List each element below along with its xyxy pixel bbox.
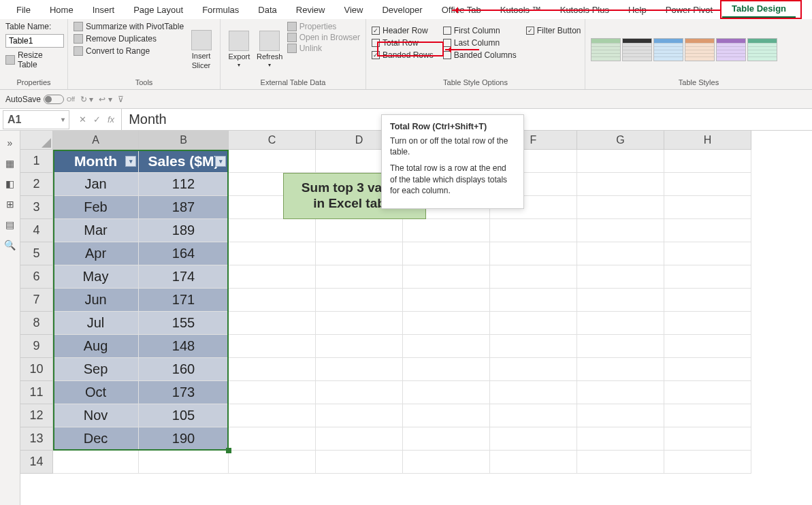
cell[interactable]	[229, 404, 316, 427]
tab-page-layout[interactable]: Page Layout	[124, 2, 193, 18]
cell[interactable]	[316, 242, 403, 265]
cell[interactable]	[403, 335, 490, 358]
cancel-icon[interactable]: ✕	[79, 114, 86, 125]
cell[interactable]: 173	[139, 381, 229, 404]
cell[interactable]	[316, 404, 403, 427]
cell[interactable]	[229, 242, 316, 265]
first-column-checkbox[interactable]: First Column	[443, 26, 517, 35]
cell[interactable]	[664, 150, 751, 173]
cell[interactable]	[577, 219, 664, 242]
filter-dropdown-icon[interactable]: ▾	[215, 156, 226, 167]
column-header[interactable]: B	[139, 131, 229, 150]
export-button[interactable]: Export ▾	[226, 22, 253, 77]
styles-gallery[interactable]	[591, 38, 777, 61]
cell[interactable]: Jul	[53, 312, 139, 335]
cell[interactable]: Oct	[53, 381, 139, 404]
insert-slicer-button[interactable]: Insert Slicer	[188, 22, 214, 77]
cell[interactable]	[229, 219, 316, 242]
row-header[interactable]: 7	[20, 289, 53, 312]
tab-developer[interactable]: Developer	[372, 2, 432, 18]
undo-icon[interactable]: ↩ ▾	[99, 95, 112, 104]
tab-home[interactable]: Home	[40, 2, 83, 18]
row-header[interactable]: 13	[20, 427, 53, 451]
cell[interactable]	[316, 265, 403, 289]
panel-icon-4[interactable]: ▤	[5, 219, 14, 230]
table-name-input[interactable]	[5, 34, 64, 48]
redo-icon[interactable]: ↻ ▾	[80, 95, 93, 104]
filter-dropdown-icon[interactable]: ▾	[125, 156, 136, 167]
cell[interactable]	[316, 358, 403, 381]
resize-table-button[interactable]: Resize Table	[5, 50, 64, 69]
cell[interactable]: Jan	[53, 173, 139, 196]
fx-icon[interactable]: fx	[108, 114, 114, 125]
cell[interactable]	[229, 335, 316, 358]
autosave-toggle[interactable]: AutoSave Off	[5, 95, 75, 104]
cell[interactable]	[403, 404, 490, 427]
cell[interactable]: Month▾	[53, 150, 139, 173]
tab-review[interactable]: Review	[287, 2, 335, 18]
cell[interactable]	[490, 265, 577, 289]
cell[interactable]	[403, 289, 490, 312]
cell[interactable]: 164	[139, 242, 229, 265]
cell[interactable]	[316, 381, 403, 404]
cell[interactable]	[490, 242, 577, 265]
cell[interactable]	[316, 312, 403, 335]
cell[interactable]	[229, 289, 316, 312]
cell[interactable]	[53, 451, 139, 474]
cell[interactable]	[490, 335, 577, 358]
row-header[interactable]: 2	[20, 173, 53, 196]
cell[interactable]: 160	[139, 358, 229, 381]
cell[interactable]	[577, 289, 664, 312]
cell[interactable]	[577, 312, 664, 335]
cell[interactable]	[577, 242, 664, 265]
cell[interactable]	[577, 335, 664, 358]
cell[interactable]	[229, 312, 316, 335]
name-box[interactable]: A1 ▾	[3, 110, 69, 129]
row-header[interactable]: 10	[20, 358, 53, 381]
cell[interactable]	[664, 358, 751, 381]
cell[interactable]: Nov	[53, 404, 139, 427]
cell[interactable]: Mar	[53, 219, 139, 242]
cell[interactable]	[490, 381, 577, 404]
cell[interactable]	[664, 427, 751, 451]
cell[interactable]	[664, 289, 751, 312]
banded-rows-checkbox[interactable]: Banded Rows	[372, 50, 434, 60]
enter-icon[interactable]: ✓	[93, 114, 101, 125]
cell[interactable]: 112	[139, 173, 229, 196]
row-header[interactable]: 11	[20, 381, 53, 404]
cell[interactable]	[316, 289, 403, 312]
select-all-corner[interactable]	[20, 131, 53, 150]
cell[interactable]: Apr	[53, 242, 139, 265]
cell[interactable]: 171	[139, 289, 229, 312]
cell[interactable]	[664, 173, 751, 196]
cell[interactable]	[403, 242, 490, 265]
cell[interactable]	[577, 427, 664, 451]
cell[interactable]	[229, 150, 316, 173]
cell[interactable]	[229, 451, 316, 474]
cell[interactable]	[403, 381, 490, 404]
cell[interactable]: May	[53, 265, 139, 289]
remove-duplicates-button[interactable]: Remove Duplicates	[74, 34, 184, 44]
column-header[interactable]: H	[664, 131, 751, 150]
table-style-swatch[interactable]	[716, 38, 746, 61]
cell[interactable]: 105	[139, 404, 229, 427]
panel-icon-1[interactable]: ▦	[5, 158, 14, 169]
header-row-checkbox[interactable]: Header Row	[372, 26, 434, 35]
cell[interactable]	[403, 219, 490, 242]
cell[interactable]	[577, 196, 664, 219]
tab-file[interactable]: File	[7, 2, 40, 18]
cell[interactable]	[664, 196, 751, 219]
cell[interactable]: Jun	[53, 289, 139, 312]
cell[interactable]: 187	[139, 196, 229, 219]
cell[interactable]	[664, 451, 751, 474]
cell[interactable]	[490, 451, 577, 474]
row-header[interactable]: 6	[20, 265, 53, 289]
cell[interactable]	[664, 242, 751, 265]
cell[interactable]	[139, 451, 229, 474]
row-header[interactable]: 4	[20, 219, 53, 242]
last-column-checkbox[interactable]: Last Column	[443, 38, 517, 48]
table-style-swatch[interactable]	[591, 38, 621, 61]
cell[interactable]	[490, 404, 577, 427]
cell[interactable]	[229, 358, 316, 381]
refresh-button[interactable]: Refresh ▾	[257, 22, 283, 77]
